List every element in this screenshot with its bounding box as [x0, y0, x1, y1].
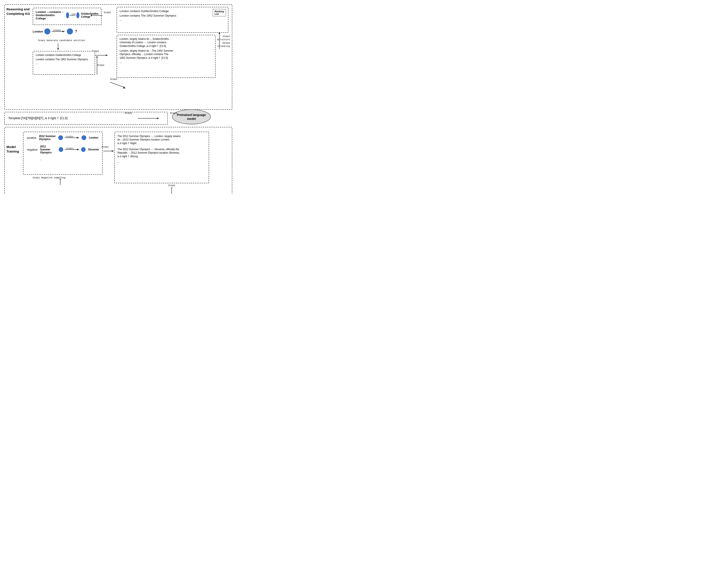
step1-generate-label: Step1 Generate candidate entities: [38, 39, 85, 42]
pos-arrow-location: location: [65, 135, 80, 140]
positive-label: positive: [27, 136, 36, 140]
pos-node-subject: [58, 135, 63, 140]
query-triple-area: London contains ?: [33, 28, 77, 35]
step1-negative-label: Step1 Negative sampling: [33, 176, 65, 179]
template-text: Templete:[TA][TB][H][R][T] ,is it right？…: [8, 117, 67, 120]
reasoning-box: Reasoning andCompleting KG London —conta…: [4, 4, 232, 110]
neg-node-object: [81, 147, 86, 152]
plm-ellipse: Pretrained languagemodel: [172, 109, 211, 124]
lm-text-line1: London, largely retains its···, GoldenSm…: [120, 38, 213, 40]
pos-node-object: [82, 135, 86, 140]
arrow-contains-answer: contains: [70, 13, 75, 17]
ranking-list-label: RankingList: [213, 9, 226, 16]
svg-text:contains: contains: [53, 29, 61, 31]
node-goldsmiths-answer: [76, 12, 79, 18]
training-out-dots: ...: [117, 160, 206, 163]
step2-template-label: Step2: [125, 112, 132, 114]
step3-top-label: Step3: [110, 78, 117, 81]
candidate-item-1: London contains GoldenSmiths College: [36, 54, 92, 57]
training-step2-arrow: [103, 149, 114, 153]
neg-object-label: Slovenia: [88, 148, 99, 151]
training-out-line6: is it right？ Wrong: [117, 155, 206, 159]
svg-marker-27: [112, 150, 114, 152]
candidate-list-box: London contains GoldenSmiths College Lon…: [33, 51, 95, 75]
lm-text-dots: ...: [120, 61, 213, 64]
training-out-line3: is it right？ Right: [117, 142, 206, 145]
lm-input-text-box: London, largely retains its···, GoldenSm…: [116, 35, 215, 78]
training-out-line4: The 2012 Summer Olympics ···, Slovenia, …: [117, 148, 206, 151]
training-out-line5: Republic ···,2012 Summer Olympics locati…: [117, 151, 206, 154]
svg-marker-10: [123, 86, 126, 88]
step2-candidate-label: Step2: [97, 64, 104, 66]
arrow-contains-query: contains: [51, 29, 66, 34]
step5-label: Step5: [104, 11, 111, 14]
candidate-dots: ...: [36, 62, 92, 65]
step1-down-arrow: [56, 43, 60, 50]
lm-text-line2: University of London ···, London contain…: [120, 41, 213, 44]
negative-row: negative 2012 SummerOlympics location Sl…: [27, 145, 99, 154]
node-london-query: [44, 28, 50, 35]
neg-arrow-location: location: [65, 147, 79, 152]
step4-arrow: [217, 33, 221, 50]
svg-text:contains: contains: [72, 13, 75, 15]
svg-marker-17: [96, 56, 98, 58]
model-training-box: ModelTraining positive 2012 SummerOlympi…: [4, 127, 232, 194]
lm-text-line5: Olympics, officially ···,London contains…: [120, 53, 213, 56]
training-out-line1: The 2012 Summer Olympics ···, London, la…: [117, 135, 206, 138]
pos-object-label: London: [89, 136, 98, 139]
svg-marker-4: [91, 15, 92, 16]
svg-marker-33: [171, 188, 172, 188]
svg-marker-19: [157, 118, 159, 119]
svg-line-9: [110, 82, 125, 88]
svg-marker-15: [57, 48, 59, 50]
ranking-item-2: London contains The 1952 Summer Olympics: [120, 14, 226, 17]
svg-text:location: location: [66, 135, 73, 138]
node-london-answer: [66, 12, 69, 18]
step2-input-right-arrow: [170, 188, 174, 194]
training-lm-output-box: The 2012 Summer Olympics ···, London, la…: [114, 132, 209, 183]
svg-marker-8: [106, 55, 108, 56]
lm-text-line3: GoldenSmiths College ,is it right？ [CLS]: [120, 44, 213, 48]
step2-input-right-label: Step2: [168, 184, 175, 187]
negative-up-arrow: [58, 179, 62, 186]
negative-label: negative: [27, 148, 38, 151]
svg-marker-31: [59, 179, 61, 180]
lm-text-line6: 1952 Summer Olympics ,is it right？ [CLS]: [120, 56, 213, 60]
svg-marker-24: [77, 149, 79, 150]
answer-triple: London —contains→ GoldenSmiths College c…: [36, 10, 99, 20]
training-triples-box: positive 2012 SummerOlympics location Lo…: [23, 132, 103, 175]
training-step2-label: Step2: [102, 146, 109, 148]
node-target-query: [67, 28, 73, 35]
model-training-label: ModelTraining: [6, 145, 19, 154]
ranking-dots: ...: [120, 18, 226, 21]
svg-text:location: location: [66, 147, 73, 149]
lm-text-line4: London, largely retains its···,The 1952 …: [120, 49, 213, 52]
main-diagram: Reasoning andCompleting KG London —conta…: [4, 4, 232, 189]
step2-template-arrow: [138, 116, 159, 121]
neg-node-subject: [59, 147, 63, 152]
positive-row: positive 2012 SummerOlympics location Lo…: [27, 135, 99, 141]
step3-template-label: Step3: [170, 112, 177, 114]
svg-marker-6: [218, 33, 220, 34]
step5-arrow: [91, 13, 104, 18]
ranking-list-box: RankingList London contains GoldenSmiths…: [116, 7, 229, 33]
training-dots: ...: [40, 158, 99, 161]
svg-marker-21: [77, 137, 79, 139]
reasoning-label: Reasoning andCompleting KG: [6, 7, 30, 16]
step3-top-arrow: [110, 81, 127, 90]
ranking-item-1: London contains GoldenSmiths College: [120, 9, 226, 13]
svg-marker-12: [62, 30, 65, 32]
training-out-line2: its···,2012 Summer Olympics location Lon…: [117, 138, 206, 141]
candidate-item-2: London contains The 1952 Summer Olympics: [36, 58, 92, 61]
plm-container: Pretrained languagemodel: [172, 109, 211, 124]
